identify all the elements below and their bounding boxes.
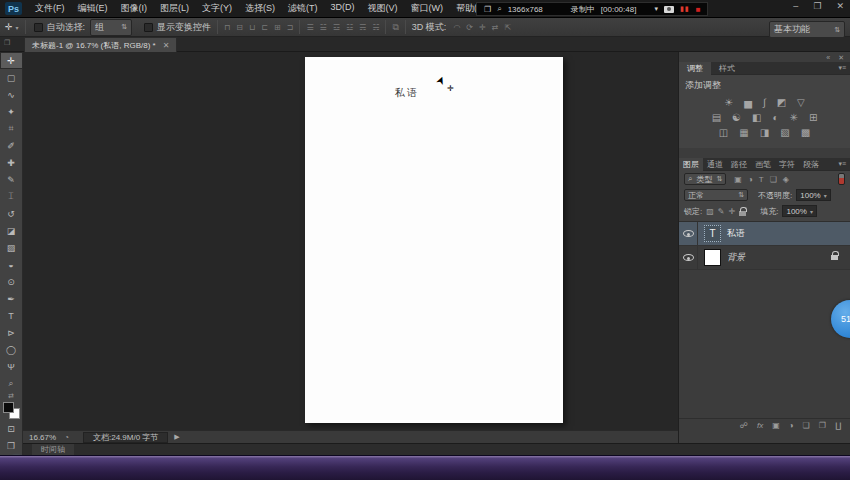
collapse-panels-icon[interactable]: « <box>826 54 830 62</box>
menu-edit[interactable]: 编辑(E) <box>78 2 108 15</box>
3d-pan-icon[interactable]: ✛ <box>479 23 486 32</box>
align-top-edges-icon[interactable]: ⊓ <box>224 23 230 32</box>
distribute-left-icon[interactable]: ☳ <box>346 23 353 32</box>
recorder-stop-button[interactable]: ■ <box>696 5 701 14</box>
menu-3d[interactable]: 3D(D) <box>331 2 355 15</box>
menu-view[interactable]: 视图(V) <box>368 2 398 15</box>
exposure-icon[interactable]: ◩ <box>777 97 786 108</box>
fill-value-box[interactable]: 100% ▾ <box>782 205 816 217</box>
menu-type[interactable]: 文字(Y) <box>202 2 232 15</box>
minimize-button[interactable]: – <box>793 1 798 11</box>
workspace-switcher[interactable]: 基本功能 ⇅ <box>769 21 845 38</box>
rectangular-marquee-tool[interactable]: ▢ <box>0 69 23 86</box>
recorder-dropdown-icon[interactable]: ▾ <box>654 5 658 13</box>
shape-tool[interactable]: ◯ <box>0 341 23 358</box>
screen-mode-button[interactable]: ❐ <box>0 437 23 454</box>
menu-select[interactable]: 选择(S) <box>245 2 275 15</box>
delete-layer-icon[interactable]: ∐ <box>835 421 841 430</box>
quick-mask-button[interactable]: ⊡ <box>0 420 23 437</box>
gradient-tool[interactable]: ▨ <box>0 239 23 256</box>
brightness-contrast-icon[interactable]: ☀ <box>724 97 733 108</box>
history-brush-tool[interactable]: ↺ <box>0 205 23 222</box>
curves-icon[interactable]: ∫ <box>763 97 766 108</box>
selective-color-icon[interactable]: ▧ <box>780 127 789 138</box>
visibility-toggle[interactable] <box>679 246 698 269</box>
filter-shape-layers-icon[interactable]: ❏ <box>770 175 777 184</box>
visibility-toggle[interactable] <box>679 222 698 245</box>
type-tool[interactable]: T <box>0 307 23 324</box>
eraser-tool[interactable]: ◪ <box>0 222 23 239</box>
add-layer-mask-icon[interactable]: ▣ <box>772 421 780 430</box>
panel-menu-icon[interactable]: ▾≡ <box>838 64 846 72</box>
black-white-icon[interactable]: ◧ <box>752 112 761 123</box>
tab-paragraph[interactable]: 段落 <box>799 158 823 171</box>
color-lookup-icon[interactable]: ⊞ <box>809 112 817 123</box>
foreground-color-swatch[interactable] <box>3 402 14 413</box>
recorder-camera-icon[interactable] <box>664 6 674 13</box>
tab-channels[interactable]: 通道 <box>703 158 727 171</box>
tab-layers[interactable]: 图层 <box>679 158 703 171</box>
spot-healing-brush-tool[interactable]: ✚ <box>0 154 23 171</box>
recorder-pause-button[interactable]: ▮▮ <box>680 5 690 13</box>
hand-tool[interactable]: Ψ <box>0 358 23 375</box>
tool-preset-dropdown-icon[interactable]: ▾ <box>16 24 19 31</box>
vibrance-icon[interactable]: ▽ <box>797 97 805 108</box>
blur-tool[interactable]: ◒ <box>0 256 23 273</box>
lock-position-icon[interactable]: ✛ <box>729 207 736 216</box>
distribute-horizontal-icon[interactable]: ☴ <box>359 23 366 32</box>
tab-brushes[interactable]: 画笔 <box>751 158 775 171</box>
filter-toggle-switch[interactable] <box>838 173 845 185</box>
status-expand-icon[interactable]: ▶ <box>174 433 179 441</box>
layer-style-fx-icon[interactable]: fx <box>757 421 763 430</box>
link-layers-icon[interactable]: ☍ <box>740 421 748 430</box>
show-transform-checkbox[interactable] <box>144 23 153 32</box>
invert-icon[interactable]: ◫ <box>719 127 728 138</box>
3d-orbit-icon[interactable]: ◠ <box>453 23 460 32</box>
quick-selection-tool[interactable]: ✦ <box>0 103 23 120</box>
swap-colors-icon[interactable]: ⇄ <box>8 392 14 401</box>
new-group-icon[interactable]: ❏ <box>803 421 810 430</box>
zoom-tool[interactable]: ⌕ <box>0 375 23 392</box>
canvas-text-layer[interactable]: 私语 <box>395 86 419 100</box>
tab-timeline[interactable]: 时间轴 <box>32 444 74 455</box>
filter-type-layers-icon[interactable]: T <box>759 175 764 184</box>
filter-adjustment-layers-icon[interactable]: ◑ <box>748 175 753 184</box>
eyedropper-tool[interactable]: ✐ <box>0 137 23 154</box>
auto-select-target-dropdown[interactable]: 组 ⇅ <box>90 19 132 36</box>
document-tab[interactable]: 未标题-1 @ 16.7% (私语, RGB/8) * ✕ <box>24 37 177 52</box>
clone-stamp-tool[interactable]: ⌶ <box>0 188 23 205</box>
filter-smart-objects-icon[interactable]: ◈ <box>783 175 789 184</box>
background-layer-thumbnail[interactable] <box>704 249 721 266</box>
3d-slide-icon[interactable]: ⇄ <box>492 23 499 32</box>
menu-image[interactable]: 图像(I) <box>121 2 148 15</box>
color-swatches[interactable] <box>3 402 20 419</box>
tab-styles[interactable]: 样式 <box>711 62 743 75</box>
tab-paths[interactable]: 路径 <box>727 158 751 171</box>
pen-tool[interactable]: ✒ <box>0 290 23 307</box>
channel-mixer-icon[interactable]: ✳ <box>790 112 798 123</box>
layer-name[interactable]: 私语 <box>727 227 745 240</box>
menu-window[interactable]: 窗口(W) <box>411 2 444 15</box>
hue-saturation-icon[interactable]: ▤ <box>712 112 721 123</box>
distribute-vertical-icon[interactable]: ☱ <box>320 23 327 32</box>
dodge-tool[interactable]: ⊙ <box>0 273 23 290</box>
brush-tool[interactable]: ✎ <box>0 171 23 188</box>
layer-name[interactable]: 背景 <box>727 251 745 264</box>
path-selection-tool[interactable]: ⊳ <box>0 324 23 341</box>
layer-row-text[interactable]: T 私语 <box>679 222 850 246</box>
3d-roll-icon[interactable]: ⟳ <box>466 23 473 32</box>
new-layer-icon[interactable]: ❐ <box>819 421 826 430</box>
levels-icon[interactable]: ▅ <box>744 97 752 108</box>
restore-button[interactable]: ❐ <box>813 1 821 11</box>
lock-image-pixels-icon[interactable]: ✎ <box>718 207 725 216</box>
tab-character[interactable]: 字符 <box>775 158 799 171</box>
lock-all-icon[interactable] <box>739 211 746 216</box>
zoom-level-field[interactable]: 16.67% <box>29 433 56 442</box>
distribute-right-icon[interactable]: ☵ <box>372 23 379 32</box>
color-balance-icon[interactable]: ☯ <box>732 112 741 123</box>
align-horizontal-centers-icon[interactable]: ⊞ <box>274 23 281 32</box>
document-close-icon[interactable]: ✕ <box>163 41 170 50</box>
crop-tool[interactable]: ⌗ <box>0 120 23 137</box>
menu-layer[interactable]: 图层(L) <box>160 2 189 15</box>
filter-type-dropdown[interactable]: ⌕ 类型 ⇅ <box>684 173 726 185</box>
